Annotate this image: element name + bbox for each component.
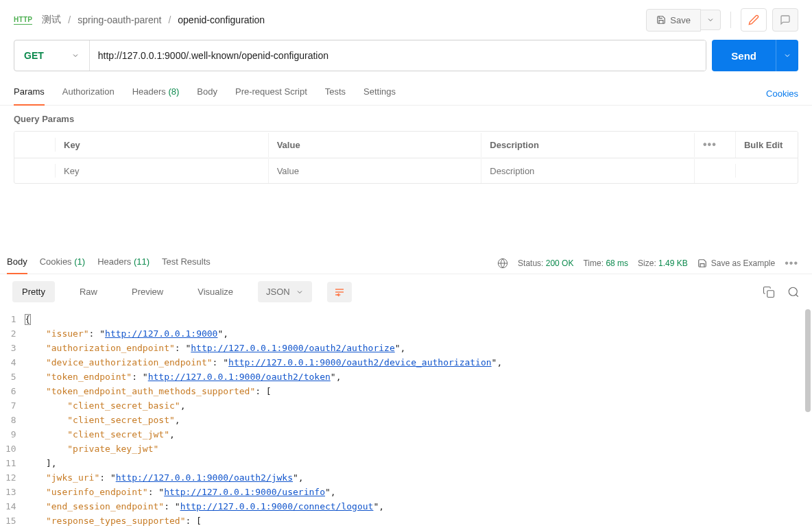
size-meta: Size: 1.49 KB	[638, 258, 688, 268]
send-button[interactable]: Send	[712, 40, 776, 71]
save-example-label: Save as Example	[711, 258, 775, 268]
url-input-wrap: GET	[14, 40, 706, 71]
language-label: JSON	[266, 287, 290, 297]
copy-icon[interactable]	[763, 286, 775, 298]
more-columns[interactable]: •••	[695, 132, 736, 158]
fmt-preview[interactable]: Preview	[122, 281, 173, 302]
svg-line-7	[796, 294, 798, 296]
chevron-down-icon	[706, 16, 715, 24]
response-meta: Status: 200 OK Time: 68 ms Size: 1.49 KB…	[497, 257, 798, 269]
bulk-edit-link[interactable]: Bulk Edit	[736, 133, 798, 157]
tab-params[interactable]: Params	[14, 82, 45, 105]
top-bar: HTTP 测试 / spring-oauth-parent / openid-c…	[0, 0, 812, 40]
resp-cookies-count: (1)	[74, 256, 85, 267]
save-group: Save	[646, 9, 721, 32]
response-tabs: Body Cookies (1) Headers (11) Test Resul…	[0, 245, 812, 274]
method-label: GET	[24, 50, 44, 61]
save-button[interactable]: Save	[646, 9, 701, 32]
breadcrumb: 测试 / spring-oauth-parent / openid-config…	[42, 14, 265, 26]
method-select[interactable]: GET	[14, 40, 90, 71]
response-body[interactable]: 123456789101112131415 { "issuer": "http:…	[0, 309, 812, 529]
pencil-icon	[748, 14, 759, 25]
resp-headers-count: (11)	[134, 256, 150, 267]
language-select[interactable]: JSON	[258, 281, 312, 302]
save-label: Save	[670, 15, 691, 25]
tab-headers[interactable]: Headers (8)	[132, 82, 180, 105]
resp-tab-cookies[interactable]: Cookies (1)	[40, 252, 85, 274]
request-tabs: Params Authorization Headers (8) Body Pr…	[0, 71, 812, 106]
cookies-link[interactable]: Cookies	[766, 88, 798, 99]
svg-point-6	[789, 287, 797, 296]
status-meta: Status: 200 OK	[518, 258, 573, 268]
fmt-visualize[interactable]: Visualize	[188, 281, 243, 302]
chevron-down-icon	[783, 51, 791, 60]
col-value: Value	[269, 133, 482, 157]
scrollbar-thumb[interactable]	[805, 309, 811, 412]
resp-tab-headers[interactable]: Headers (11)	[97, 252, 150, 274]
params-input-row	[14, 158, 798, 183]
comment-icon	[780, 14, 791, 25]
resp-tab-body[interactable]: Body	[7, 252, 27, 274]
save-as-example[interactable]: Save as Example	[697, 258, 775, 268]
tab-body[interactable]: Body	[197, 82, 217, 105]
col-key: Key	[56, 133, 269, 157]
resp-tab-tests[interactable]: Test Results	[162, 252, 211, 274]
chevron-down-icon	[71, 51, 80, 60]
save-icon	[697, 258, 707, 268]
tab-settings[interactable]: Settings	[363, 82, 396, 105]
resp-headers-label: Headers	[97, 256, 131, 267]
tab-authorization[interactable]: Authorization	[62, 82, 115, 105]
response-more[interactable]: •••	[785, 257, 798, 269]
save-dropdown[interactable]	[701, 10, 721, 30]
send-dropdown[interactable]	[776, 40, 798, 71]
divider	[730, 12, 731, 28]
tab-headers-count: (8)	[168, 86, 179, 97]
tab-prerequest[interactable]: Pre-request Script	[235, 82, 307, 105]
query-params-title: Query Params	[0, 106, 812, 131]
save-icon	[656, 15, 666, 25]
breadcrumb-path[interactable]: spring-oauth-parent	[77, 14, 161, 25]
edit-button[interactable]	[741, 8, 767, 32]
tab-headers-label: Headers	[132, 86, 166, 97]
fmt-pretty[interactable]: Pretty	[12, 281, 55, 302]
search-icon[interactable]	[787, 286, 800, 298]
line-gutter: 123456789101112131415	[0, 309, 25, 529]
breadcrumb-current[interactable]: openid-configuration	[178, 14, 265, 25]
resp-cookies-label: Cookies	[40, 256, 72, 267]
chevron-down-icon	[296, 288, 304, 296]
fmt-raw[interactable]: Raw	[70, 281, 107, 302]
http-badge: HTTP	[14, 16, 32, 25]
scrollbar[interactable]	[804, 309, 811, 529]
params-header-row: Key Value Description ••• Bulk Edit	[14, 132, 798, 158]
svg-rect-5	[767, 290, 774, 297]
comment-button[interactable]	[772, 8, 798, 32]
globe-icon[interactable]	[497, 258, 508, 269]
format-bar: Pretty Raw Preview Visualize JSON	[0, 274, 812, 309]
wrap-icon	[334, 287, 345, 297]
wrap-lines-button[interactable]	[327, 282, 352, 302]
breadcrumb-sep: /	[168, 14, 171, 25]
url-input[interactable]	[90, 40, 706, 71]
breadcrumb-root[interactable]: 测试	[42, 14, 61, 26]
time-meta: Time: 68 ms	[583, 258, 628, 268]
url-row: GET Send	[0, 40, 812, 71]
tab-tests[interactable]: Tests	[325, 82, 346, 105]
params-table: Key Value Description ••• Bulk Edit	[14, 131, 798, 184]
col-desc: Description	[481, 133, 695, 157]
breadcrumb-sep: /	[68, 14, 71, 25]
send-wrap: Send	[712, 40, 798, 71]
code-content[interactable]: { "issuer": "http://127.0.0.1:9000", "au…	[25, 309, 805, 529]
value-input[interactable]	[277, 166, 473, 176]
desc-input[interactable]	[490, 166, 686, 176]
key-input[interactable]	[64, 166, 260, 176]
